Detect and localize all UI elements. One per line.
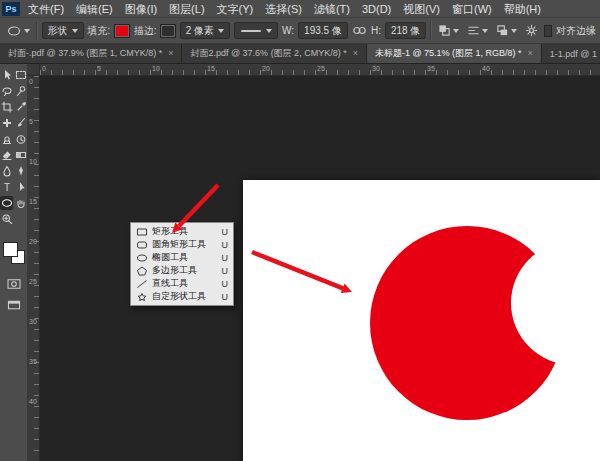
horizontal-ruler[interactable]: 0510152025303540 <box>40 64 600 76</box>
link-dimensions-icon[interactable] <box>352 25 367 36</box>
close-icon[interactable]: × <box>168 49 173 58</box>
flyout-item-ellipse-tool[interactable]: 椭圆工具 U <box>131 251 233 264</box>
path-operations-icon <box>438 24 451 37</box>
flyout-item-rounded-rectangle-tool[interactable]: 圆角矩形工具 U <box>131 238 233 251</box>
svg-text:T: T <box>3 182 9 193</box>
document-canvas[interactable] <box>243 180 600 461</box>
crop-tool[interactable] <box>0 100 13 114</box>
menu-window[interactable]: 窗口(W) <box>446 0 498 18</box>
type-icon: T <box>1 181 13 193</box>
geometry-options-button[interactable] <box>523 22 540 40</box>
lasso-tool[interactable] <box>0 84 13 98</box>
workspace: T <box>0 64 600 461</box>
eyedropper-tool[interactable] <box>14 100 27 114</box>
vertical-ruler[interactable]: 0510152025303540 <box>28 76 40 461</box>
hand-tool[interactable] <box>14 196 27 210</box>
crop-icon <box>1 101 13 113</box>
document-tab[interactable]: 封面2.pdf @ 37.6% (图层 2, CMYK/8) * × <box>182 44 366 63</box>
width-label: W: <box>282 25 294 36</box>
tool-preset-button[interactable] <box>4 22 32 40</box>
blur-drop-icon <box>1 165 13 177</box>
document-tab-bar: 封面-.pdf @ 37.9% (图层 1, CMYK/8) * × 封面2.p… <box>0 44 600 64</box>
screen-mode-icon[interactable] <box>6 299 22 311</box>
ruler-label: 5 <box>97 65 101 72</box>
stroke-style-select[interactable] <box>234 22 278 39</box>
ellipse-tool-icon <box>6 24 22 38</box>
foreground-color-swatch[interactable] <box>3 242 18 257</box>
document-tab[interactable]: 封面-.pdf @ 37.9% (图层 1, CMYK/8) * × <box>0 44 182 63</box>
eraser-tool[interactable] <box>0 148 13 162</box>
width-value: 193.5 像 <box>304 24 342 38</box>
quick-selection-tool[interactable] <box>14 84 27 98</box>
shape-tool-selected[interactable] <box>0 196 13 210</box>
quick-mask-icon[interactable] <box>6 278 22 290</box>
history-brush-tool[interactable] <box>14 132 27 146</box>
spot-healing-tool[interactable] <box>0 116 13 130</box>
menu-select[interactable]: 选择(S) <box>259 0 308 18</box>
flyout-item-line-tool[interactable]: 直线工具 U <box>131 277 233 290</box>
history-brush-icon <box>15 133 27 145</box>
clone-stamp-icon <box>1 133 13 145</box>
separator <box>36 22 38 40</box>
menu-image[interactable]: 图像(I) <box>119 0 163 18</box>
ruler-origin-corner[interactable] <box>28 64 40 76</box>
path-arrangement-icon <box>496 24 509 37</box>
pen-icon <box>15 165 27 177</box>
menu-layer[interactable]: 图层(L) <box>163 0 210 18</box>
tool-mode-select[interactable]: 形状 <box>42 22 84 39</box>
pen-tool[interactable] <box>14 164 27 178</box>
width-field[interactable]: 193.5 像 <box>298 22 348 39</box>
ruler-label: 35 <box>29 358 37 365</box>
close-icon[interactable]: × <box>528 49 533 58</box>
eraser-icon <box>1 149 13 161</box>
stroke-swatch[interactable] <box>160 24 175 38</box>
ruler-label: 40 <box>29 398 37 405</box>
flyout-item-polygon-tool[interactable]: 多边形工具 U <box>131 264 233 277</box>
menu-type[interactable]: 文字(Y) <box>211 0 260 18</box>
move-tool[interactable] <box>0 68 13 82</box>
menu-help[interactable]: 帮助(H) <box>498 0 547 18</box>
path-selection-tool[interactable] <box>14 180 27 194</box>
brush-icon <box>15 117 27 129</box>
lasso-icon <box>1 85 13 97</box>
shortcut-key: U <box>222 266 229 276</box>
brush-tool[interactable] <box>14 116 27 130</box>
healing-brush-icon <box>1 117 13 129</box>
menu-filter[interactable]: 滤镜(T) <box>308 0 356 18</box>
path-operations-button[interactable] <box>436 22 461 40</box>
marquee-icon <box>15 69 27 81</box>
canvas-area[interactable] <box>40 76 600 461</box>
chevron-down-icon <box>482 29 488 33</box>
type-tool[interactable]: T <box>0 180 13 194</box>
stroke-width-field[interactable]: 2 像素 <box>180 22 230 39</box>
height-field[interactable]: 218 像 <box>385 22 426 39</box>
gradient-tool[interactable] <box>14 148 27 162</box>
move-icon <box>1 69 13 81</box>
document-tab[interactable]: 未标题-1 @ 75.1% (图层 1, RGB/8) * × <box>367 44 542 63</box>
menu-file[interactable]: 文件(F) <box>22 0 70 18</box>
flyout-item-label: 多边形工具 <box>152 264 197 277</box>
align-edges-checkbox[interactable] <box>544 25 552 37</box>
menu-view[interactable]: 视图(V) <box>397 0 446 18</box>
shortcut-key: U <box>222 240 229 250</box>
chevron-down-icon <box>72 29 78 33</box>
rectangular-marquee-tool[interactable] <box>14 68 27 82</box>
menu-edit[interactable]: 编辑(E) <box>70 0 119 18</box>
zoom-tool[interactable] <box>0 212 13 226</box>
fill-swatch[interactable] <box>114 24 129 38</box>
flyout-item-label: 直线工具 <box>152 277 188 290</box>
document-tab[interactable]: 1-1.pdf @ 1 × <box>542 44 600 63</box>
chevron-down-icon <box>218 29 224 33</box>
path-alignment-button[interactable] <box>465 22 490 40</box>
clone-stamp-tool[interactable] <box>0 132 13 146</box>
flyout-item-label: 圆角矩形工具 <box>152 238 206 251</box>
flyout-item-label: 矩形工具 <box>152 225 188 238</box>
flyout-item-custom-shape-tool[interactable]: 自定形状工具 U <box>131 290 233 303</box>
menu-3d[interactable]: 3D(D) <box>356 0 397 18</box>
path-arrangement-button[interactable] <box>494 22 519 40</box>
ruler-label: 20 <box>29 238 37 245</box>
blur-tool[interactable] <box>0 164 13 178</box>
ruler-label: 5 <box>29 118 33 125</box>
flyout-item-rectangle-tool[interactable]: 矩形工具 U <box>131 225 233 238</box>
close-icon[interactable]: × <box>353 49 358 58</box>
